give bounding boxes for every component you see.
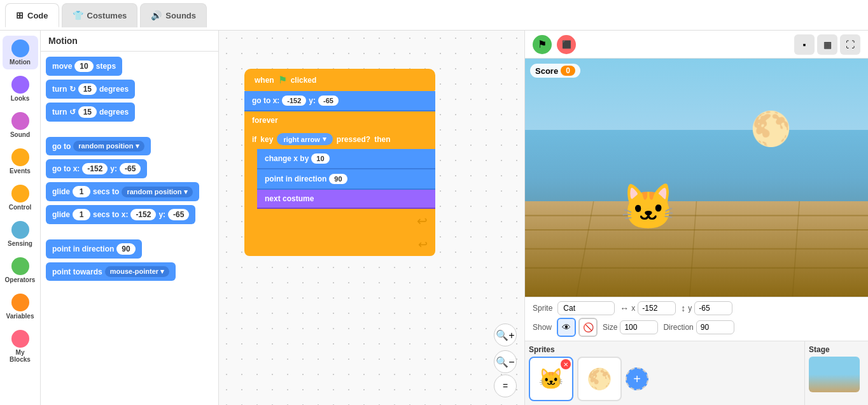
- show-hidden-button[interactable]: 🚫: [578, 318, 598, 337]
- block-glide-random[interactable]: glide 1 secs to random position ▾: [46, 182, 199, 201]
- operators-dot: [11, 257, 29, 275]
- sprite-thumbnails-area: Sprites 🐱 ✕ 🌕 + Stage: [525, 341, 868, 405]
- script-center-button[interactable]: =: [494, 374, 517, 397]
- direction-input[interactable]: [696, 320, 734, 334]
- block-point-dir-script[interactable]: point in direction 90: [257, 169, 435, 190]
- block-goto-random[interactable]: go to random position ▾: [46, 137, 151, 155]
- variables-dot: [11, 294, 29, 311]
- sensing-dot: [11, 221, 29, 239]
- green-flag-button[interactable]: ⚑: [533, 35, 552, 54]
- x-arrows-icon: ↔: [620, 303, 629, 313]
- sprite-delete-button[interactable]: ✕: [561, 359, 571, 369]
- x-label: x: [631, 304, 635, 313]
- sprite-name-input[interactable]: [557, 301, 615, 315]
- add-sprite-button[interactable]: +: [626, 367, 648, 390]
- sidebar-myblocks-label: My Blocks: [5, 349, 36, 363]
- block-glide-xy[interactable]: glide 1 secs to x: -152 y: -65: [46, 205, 195, 224]
- blocks-list: move 10 steps turn ↻ 15 degrees turn ↺ 1…: [41, 52, 218, 405]
- myblocks-dot: [11, 330, 29, 348]
- x-coord-group: ↔ x: [620, 301, 676, 315]
- block-move[interactable]: move 10 steps: [46, 57, 122, 76]
- sprite-thumb-cat[interactable]: 🐱 ✕: [529, 357, 573, 401]
- control-dot: [11, 185, 29, 202]
- tab-code[interactable]: ⊞ Code: [5, 3, 59, 27]
- y-input[interactable]: [694, 301, 732, 315]
- stage-view-buttons: ▪ ▦ ⛶: [794, 34, 860, 55]
- forever-arrow-icon: ↩: [418, 238, 428, 252]
- size-input[interactable]: [620, 320, 658, 334]
- y-arrows-icon: ↕: [681, 303, 685, 313]
- block-point-direction[interactable]: point in direction 90: [46, 239, 142, 259]
- show-label: Show: [533, 323, 552, 332]
- y-coord-group: ↕ y: [681, 301, 732, 315]
- cat-sprite: 🐱: [620, 181, 676, 233]
- sprite-thumb-ball[interactable]: 🌕: [577, 357, 622, 401]
- block-forever[interactable]: forever: [244, 111, 435, 129]
- stop-button[interactable]: ⬛: [557, 35, 576, 54]
- size-label: Size: [603, 323, 617, 332]
- sidebar-item-sensing[interactable]: Sensing: [3, 217, 38, 251]
- stage-controls: ⚑ ⬛: [533, 35, 576, 54]
- stage-area: ⚑ ⬛ ▪ ▦ ⛶: [524, 31, 868, 405]
- if-header[interactable]: if key right arrow ▾ pressed? then: [244, 129, 435, 149]
- hat-when-clicked[interactable]: when ⚑ clicked: [244, 69, 435, 91]
- sidebar-item-variables[interactable]: Variables: [3, 290, 38, 323]
- direction-group: Direction: [663, 320, 734, 334]
- sidebar-item-motion[interactable]: Motion: [3, 36, 38, 69]
- script-group-main: when ⚑ clicked go to x: -152 y: -65 fore…: [244, 69, 435, 256]
- small-stage-button[interactable]: ▪: [794, 34, 815, 55]
- block-goto-xy[interactable]: go to x: -152 y: -65: [46, 159, 147, 178]
- top-bar: ⊞ Code 👕 Costumes 🔊 Sounds: [0, 0, 868, 31]
- sidebar-item-looks[interactable]: Looks: [3, 72, 38, 106]
- sidebar-item-events[interactable]: Events: [3, 145, 38, 178]
- block-change-x[interactable]: change x by 10: [257, 149, 435, 169]
- sprite-thumbnails-list: 🐱 ✕ 🌕 +: [529, 357, 801, 401]
- show-visible-button[interactable]: 👁: [557, 318, 576, 337]
- loop-arrow-icon: ↩: [417, 213, 428, 229]
- category-sidebar: Motion Looks Sound Events Control Sensin…: [0, 31, 41, 405]
- block-goto-xy-script[interactable]: go to x: -152 y: -65: [244, 91, 435, 111]
- block-point-towards[interactable]: point towards mouse-pointer ▾: [46, 262, 176, 281]
- stage-section-label: Stage: [809, 345, 864, 354]
- cat-thumb-icon: 🐱: [538, 367, 564, 391]
- sprite-row: Sprite ↔ x ↕ y: [533, 301, 860, 315]
- costumes-icon: 👕: [73, 10, 83, 20]
- score-value: 0: [561, 66, 575, 76]
- show-toggle: 👁 🚫: [557, 318, 598, 337]
- script-zoom-controls: 🔍+ 🔍−: [494, 323, 517, 373]
- sidebar-item-operators[interactable]: Operators: [3, 253, 38, 287]
- sidebar-looks-label: Looks: [11, 95, 29, 102]
- zoom-out-button[interactable]: 🔍−: [494, 350, 517, 373]
- block-next-costume[interactable]: next costume: [257, 190, 435, 209]
- zoom-out-icon: 🔍−: [496, 356, 514, 368]
- script-area[interactable]: when ⚑ clicked go to x: -152 y: -65 fore…: [219, 31, 524, 405]
- blocks-panel: Motion move 10 steps turn ↻ 15 degrees t…: [41, 31, 219, 405]
- stage-canvas: Score 0 🌕 🐱: [525, 59, 868, 297]
- score-label: Score: [535, 66, 558, 76]
- sound-dot: [11, 112, 29, 130]
- sidebar-control-label: Control: [9, 204, 32, 211]
- zoom-in-button[interactable]: 🔍+: [494, 323, 517, 346]
- wood-planks: [525, 201, 868, 297]
- block-turn-ccw[interactable]: turn ↺ 15 degrees: [46, 103, 135, 122]
- sidebar-item-sound[interactable]: Sound: [3, 108, 38, 142]
- key-selector[interactable]: right arrow ▾: [277, 133, 332, 145]
- y-label: y: [688, 304, 692, 313]
- clicked-label: clicked: [291, 76, 317, 85]
- tab-sounds[interactable]: 🔊 Sounds: [140, 3, 207, 27]
- sea-layer: [525, 130, 868, 201]
- sprite-info: Sprite ↔ x ↕ y Show 👁 🚫: [525, 297, 868, 341]
- x-input[interactable]: [638, 301, 676, 315]
- center-icon: =: [503, 381, 508, 391]
- tab-sounds-label: Sounds: [165, 11, 196, 20]
- normal-stage-button[interactable]: ▦: [817, 34, 837, 55]
- sidebar-sensing-label: Sensing: [8, 240, 32, 247]
- stage-thumbnail[interactable]: [809, 357, 860, 392]
- fullscreen-button[interactable]: ⛶: [840, 34, 860, 55]
- tab-costumes[interactable]: 👕 Costumes: [62, 3, 138, 27]
- sidebar-item-control[interactable]: Control: [3, 181, 38, 215]
- events-dot: [11, 148, 29, 166]
- sidebar-motion-label: Motion: [10, 59, 31, 66]
- sidebar-item-myblocks[interactable]: My Blocks: [3, 326, 38, 367]
- block-turn-cw[interactable]: turn ↻ 15 degrees: [46, 80, 135, 99]
